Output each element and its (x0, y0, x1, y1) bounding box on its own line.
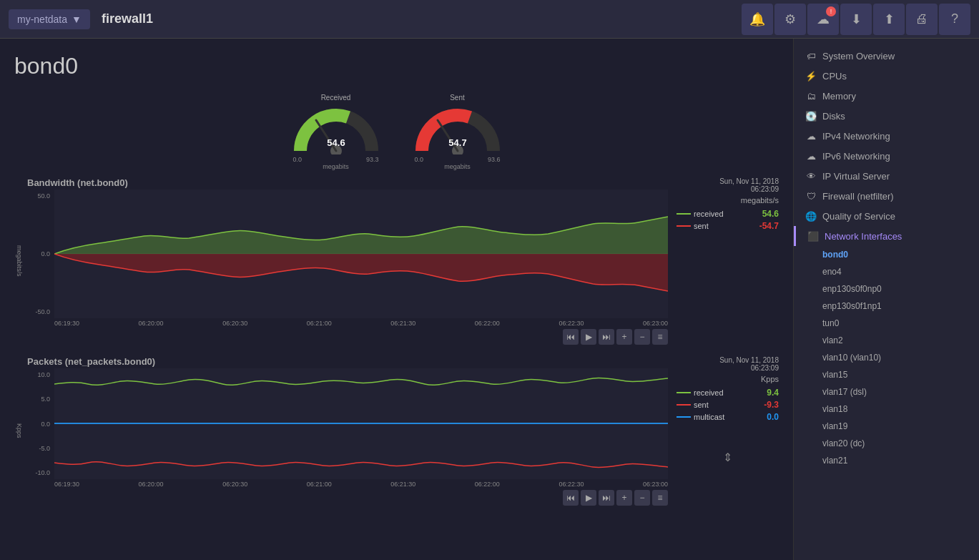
packets-legend-received: received 9.4 (677, 388, 779, 398)
packets-controls: ⏮ ▶ ⏭ + − ≡ (27, 490, 668, 506)
chart2-zoom-in-button[interactable]: + (616, 490, 632, 506)
gear-button[interactable]: ⚙ (774, 4, 806, 35)
packets-chart-title: Packets (net_packets.bond0) (27, 356, 155, 367)
print-button[interactable]: 🖨 (906, 4, 938, 35)
cpu-icon: ⚡ (805, 70, 817, 82)
packets-received-line-icon (677, 392, 691, 393)
sidebar-sub-item-vlan21[interactable]: vlan21 (794, 452, 979, 469)
nav-icons: 🔔 ⚙ ☁ ! ⬇ ⬆ 🖨 ? (742, 4, 970, 35)
sidebar-sub-item-vlan2[interactable]: vlan2 (794, 332, 979, 349)
memory-icon: 🗂 (805, 90, 817, 102)
gauge-received-minmax: 0.0 93.3 (293, 156, 379, 163)
chart2-play-button[interactable]: ▶ (581, 490, 596, 506)
bandwidth-controls: ⏮ ▶ ⏭ + − ≡ (27, 329, 668, 345)
sidebar-sub-item-enp130s0f0np0[interactable]: enp130s0f0np0 (794, 280, 979, 298)
help-button[interactable]: ? (939, 4, 970, 35)
received-line-icon (677, 213, 691, 215)
gauge-received-unit: megabits (323, 163, 349, 170)
sidebar-sub-item-vlan10[interactable]: vlan10 (vlan10) (794, 349, 979, 366)
upload-button[interactable]: ⬆ (873, 4, 905, 35)
gauge-area: Received 54.6 0.0 93.3 mega (14, 94, 779, 170)
gauge-sent-label: Sent (450, 94, 465, 102)
sidebar-item-ipv6[interactable]: ☁ IPv6 Networking (794, 146, 979, 166)
brand-label: my-netdata (17, 14, 67, 25)
sidebar-sub-item-vlan20[interactable]: vlan20 (dc) (794, 435, 979, 452)
sidebar-sub-item-vlan19[interactable]: vlan19 (794, 418, 979, 435)
gauge-received-maxleft: 93.3 (366, 156, 379, 163)
content-area: bond0 Received 54.6 0 (0, 39, 793, 560)
packets-yaxis-label-container: Kpps (14, 356, 24, 506)
chart1-rewind-button[interactable]: ⏮ (563, 329, 579, 345)
ipv4-icon: ☁ (805, 130, 817, 142)
bandwidth-legend-sent: sent -54.7 (677, 221, 779, 231)
gauge-sent: Sent 54.7 0.0 93.6 megabits (411, 94, 504, 170)
svg-text:54.7: 54.7 (448, 137, 466, 148)
gauge-received-label: Received (321, 94, 351, 102)
qos-icon: 🌐 (805, 210, 817, 222)
bookmark-icon: 🏷 (805, 50, 817, 62)
disk-icon: 💽 (805, 110, 817, 122)
chart2-rewind-button[interactable]: ⏮ (563, 490, 579, 506)
bandwidth-xticks: 06:19:30 06:20:00 06:20:30 06:21:00 06:2… (27, 320, 668, 327)
sidebar-item-disks[interactable]: 💽 Disks (794, 106, 979, 126)
bandwidth-chart-area (54, 190, 668, 318)
packets-chart-svg (54, 368, 668, 479)
gauge-sent-svg: 54.7 (415, 104, 501, 154)
bandwidth-chart-wrapper: megabits/s Bandwidth (net.bond0) 50.0 0.… (14, 177, 779, 345)
brand-button[interactable]: my-netdata ▼ (9, 9, 90, 29)
sidebar-sub-item-vlan15[interactable]: vlan15 (794, 366, 979, 383)
chart1-play-button[interactable]: ▶ (581, 329, 596, 345)
packets-legend: Sun, Nov 11, 2018 06:23:09 Kpps received… (668, 356, 779, 506)
sidebar-sub-item-eno4[interactable]: eno4 (794, 263, 979, 280)
sidebar-sub-item-bond0[interactable]: bond0 (794, 246, 979, 263)
sidebar-sub-item-vlan18[interactable]: vlan18 (794, 401, 979, 418)
active-indicator (794, 226, 796, 246)
bandwidth-yticks: 50.0 0.0 -50.0 (27, 190, 50, 318)
sidebar: 🏷 System Overview ⚡ CPUs 🗂 Memory 💽 Disk… (793, 39, 979, 560)
chart2-settings-button[interactable]: ≡ (652, 490, 668, 506)
gauge-received: Received 54.6 0.0 93.3 mega (290, 94, 383, 170)
sidebar-item-cpus[interactable]: ⚡ CPUs (794, 66, 979, 86)
sidebar-item-memory[interactable]: 🗂 Memory (794, 86, 979, 106)
packets-chart-area (54, 368, 668, 479)
sidebar-sub-item-vlan17[interactable]: vlan17 (dsl) (794, 383, 979, 401)
sidebar-sub-item-enp130s0f1np1[interactable]: enp130s0f1np1 (794, 298, 979, 315)
sidebar-item-ipvs[interactable]: 👁 IP Virtual Server (794, 166, 979, 186)
packets-sent-line-icon (677, 404, 691, 406)
gauge-received-svg: 54.6 (293, 104, 379, 154)
gauge-sent-min: 0.0 (415, 156, 424, 163)
sidebar-section: 🏷 System Overview ⚡ CPUs 🗂 Memory 💽 Disk… (794, 46, 979, 469)
chart2-fastforward-button[interactable]: ⏭ (599, 490, 614, 506)
gauge-sent-unit: megabits (444, 163, 471, 170)
brand-chevron-icon: ▼ (72, 14, 82, 25)
navbar: my-netdata ▼ firewall1 🔔 ⚙ ☁ ! ⬇ ⬆ 🖨 ? (0, 0, 979, 39)
bell-button[interactable]: 🔔 (742, 4, 773, 35)
sidebar-item-network-interfaces[interactable]: ⬛ Network Interfaces (794, 226, 979, 246)
page-title: bond0 (14, 53, 779, 79)
packets-yticks: 10.0 5.0 0.0 -5.0 -10.0 (27, 368, 50, 479)
packets-chart-section: Kpps Packets (net_packets.bond0) 10.0 5.… (14, 356, 779, 506)
bandwidth-yaxis-label: megabits/s (14, 245, 24, 277)
sidebar-item-ipv4[interactable]: ☁ IPv4 Networking (794, 126, 979, 146)
gauge-sent-minmax: 0.0 93.6 (415, 156, 501, 163)
chart1-settings-button[interactable]: ≡ (652, 329, 668, 345)
packets-legend-sent: sent -9.3 (677, 400, 779, 410)
chart1-zoom-out-button[interactable]: − (634, 329, 650, 345)
bandwidth-yaxis-label-container: megabits/s (14, 177, 24, 345)
chart1-fastforward-button[interactable]: ⏭ (599, 329, 614, 345)
alert-badge: ! (826, 6, 836, 16)
sidebar-item-qos[interactable]: 🌐 Quality of Service (794, 206, 979, 226)
chart1-zoom-in-button[interactable]: + (616, 329, 632, 345)
download-button[interactable]: ⬇ (840, 4, 872, 35)
sidebar-sub-item-tun0[interactable]: tun0 (794, 315, 979, 332)
packets-yaxis-label: Kpps (14, 423, 24, 438)
gauge-sent-maxright: 93.6 (488, 156, 501, 163)
svg-text:54.6: 54.6 (327, 137, 345, 148)
cloud-alert-button[interactable]: ☁ ! (807, 4, 839, 35)
sidebar-item-firewall[interactable]: 🛡 Firewall (netfilter) (794, 186, 979, 206)
bandwidth-chart-title: Bandwidth (net.bond0) (27, 177, 128, 188)
chart2-zoom-out-button[interactable]: − (634, 490, 650, 506)
packets-chart-wrapper: Kpps Packets (net_packets.bond0) 10.0 5.… (14, 356, 779, 506)
sidebar-item-system-overview[interactable]: 🏷 System Overview (794, 46, 979, 66)
bandwidth-legend-received: received 54.6 (677, 209, 779, 219)
